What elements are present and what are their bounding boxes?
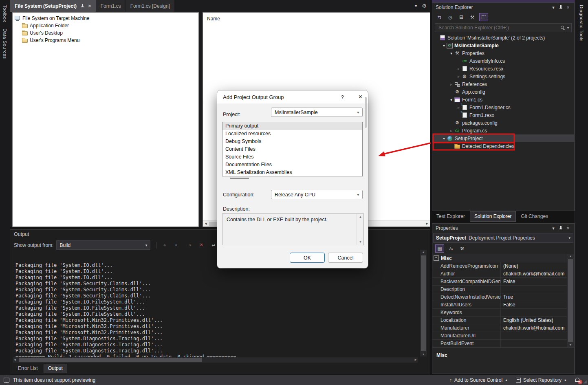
clear-all-icon[interactable] bbox=[197, 242, 205, 249]
output-horizontal-scrollbar[interactable]: ◀ ▶ bbox=[13, 357, 418, 363]
scroll-down-icon[interactable]: ▼ bbox=[420, 353, 427, 356]
output-group-item[interactable]: XML Serialization Assemblies bbox=[222, 169, 362, 176]
solution-tree-node[interactable]: SetupProject bbox=[432, 134, 574, 142]
chevron-down-icon[interactable]: ▾ bbox=[550, 226, 557, 231]
close-icon[interactable]: × bbox=[359, 93, 362, 101]
output-group-item[interactable]: Debug Symbols bbox=[222, 138, 362, 145]
scrollbar-thumb[interactable] bbox=[568, 259, 573, 342]
notifications-button[interactable]: 1 bbox=[575, 378, 580, 382]
scrollbar-thumb[interactable] bbox=[421, 255, 426, 351]
vertical-tab[interactable]: Diagnostic Tools bbox=[579, 0, 584, 43]
solution-tree-node[interactable]: packages.config bbox=[432, 119, 574, 127]
scroll-left-icon[interactable]: ◀ bbox=[203, 221, 209, 227]
expander-icon[interactable] bbox=[456, 67, 461, 71]
property-row[interactable]: DetectNewerInstalledVersion True bbox=[432, 293, 567, 301]
cancel-button[interactable]: Cancel bbox=[328, 253, 363, 263]
property-row[interactable]: BackwardCompatibleIDGene False bbox=[432, 277, 567, 285]
property-value[interactable] bbox=[501, 332, 567, 339]
pin-icon[interactable] bbox=[80, 4, 84, 8]
pin-icon[interactable] bbox=[557, 226, 564, 230]
vertical-tab[interactable]: Data Sources bbox=[2, 24, 7, 60]
property-value[interactable]: True bbox=[501, 293, 567, 301]
output-group-item[interactable]: Source Files bbox=[222, 153, 362, 161]
solution-tree-node[interactable]: Detected Dependencies bbox=[432, 142, 574, 150]
scroll-up-icon[interactable]: ▲ bbox=[357, 215, 364, 219]
solution-tree-node[interactable]: Form1.Designer.cs bbox=[432, 103, 574, 111]
close-icon[interactable]: × bbox=[564, 5, 572, 10]
expander-icon[interactable] bbox=[441, 44, 447, 48]
tool-window-tab[interactable]: Error List bbox=[13, 364, 42, 373]
property-row[interactable]: Localization English (United States) bbox=[432, 316, 567, 324]
panel-tab[interactable]: Test Explorer bbox=[432, 211, 469, 222]
help-icon[interactable]: ? bbox=[341, 94, 344, 100]
property-value[interactable] bbox=[501, 309, 567, 316]
alphabetical-icon[interactable] bbox=[447, 245, 455, 252]
dialog-title-bar[interactable]: Add Project Output Group bbox=[217, 90, 368, 103]
collapse-icon[interactable]: − bbox=[434, 255, 439, 261]
file-system-node[interactable]: File System on Target Machine bbox=[13, 15, 198, 22]
property-value[interactable]: False bbox=[501, 278, 567, 285]
property-value[interactable]: chaknith.work@hotmail.com bbox=[501, 324, 567, 332]
expander-icon[interactable] bbox=[456, 75, 461, 79]
file-system-node[interactable]: User's Desktop bbox=[13, 29, 198, 37]
resize-grip[interactable]: ◢ bbox=[584, 379, 587, 384]
editor-tab[interactable]: Form1.cs × bbox=[96, 0, 126, 12]
editor-tab[interactable]: File System (SetupProject) × bbox=[10, 0, 96, 12]
output-vertical-scrollbar[interactable]: ▲ ▼ bbox=[420, 250, 427, 356]
add-to-source-control-button[interactable]: ↑ Add to Source Control ▲ bbox=[449, 377, 508, 383]
solution-tree-node[interactable]: Settings.settings bbox=[432, 73, 574, 80]
panel-tab[interactable]: Git Changes bbox=[516, 211, 553, 222]
chevron-down-icon[interactable]: ▾ bbox=[550, 5, 557, 10]
solution-tree-node[interactable]: Program.cs bbox=[432, 127, 574, 134]
panel-tab[interactable]: Solution Explorer bbox=[470, 211, 516, 222]
property-value[interactable]: chaknith.work@hotmail.com bbox=[501, 270, 567, 277]
scroll-up-icon[interactable]: ▲ bbox=[420, 251, 427, 253]
scroll-left-icon[interactable]: ◀ bbox=[14, 358, 16, 361]
switch-views-icon[interactable] bbox=[435, 13, 443, 21]
properties-icon[interactable] bbox=[468, 13, 476, 21]
output-group-list[interactable]: Primary outputLocalized resourcesDebug S… bbox=[222, 122, 363, 176]
output-group-item[interactable]: Documentation Files bbox=[222, 161, 362, 169]
file-system-node[interactable]: User's Programs Menu bbox=[13, 37, 198, 44]
scroll-right-icon[interactable]: ▶ bbox=[415, 358, 417, 361]
solution-tree-node[interactable]: Properties bbox=[432, 49, 574, 57]
search-box[interactable]: ▾ bbox=[435, 23, 572, 32]
word-wrap-icon[interactable] bbox=[209, 242, 218, 249]
pin-icon[interactable] bbox=[557, 5, 564, 9]
project-dropdown[interactable]: MsiInstallerSample ▾ bbox=[271, 108, 363, 117]
solution-tree-node[interactable]: Form1.resx bbox=[432, 111, 574, 119]
property-value[interactable]: (None) bbox=[501, 262, 567, 270]
list-scrollbar-thumb[interactable] bbox=[365, 97, 367, 128]
property-row[interactable]: PostBuildEvent bbox=[432, 339, 567, 347]
scrollbar-thumb[interactable] bbox=[19, 358, 202, 362]
property-row[interactable]: Description bbox=[432, 285, 567, 293]
filter-icon[interactable] bbox=[446, 13, 454, 21]
list-horizontal-scrollbar-thumb[interactable] bbox=[230, 178, 249, 179]
scroll-down-icon[interactable]: ▼ bbox=[357, 240, 364, 244]
property-value[interactable]: False bbox=[501, 301, 567, 308]
output-group-item[interactable]: Primary output bbox=[222, 122, 362, 130]
output-group-item[interactable]: Localized resources bbox=[222, 130, 362, 138]
description-scrollbar[interactable]: ▲ ▼ bbox=[357, 214, 364, 245]
expander-icon[interactable] bbox=[449, 82, 454, 86]
chevron-down-icon[interactable]: ▾ bbox=[567, 26, 569, 30]
configuration-dropdown[interactable]: Release Any CPU ▾ bbox=[271, 190, 363, 199]
expander-icon[interactable] bbox=[449, 98, 454, 102]
property-row[interactable]: InstallAllUsers False bbox=[432, 301, 567, 308]
expander-icon[interactable] bbox=[441, 136, 447, 141]
property-row[interactable]: ManufacturerUrl bbox=[432, 332, 567, 339]
category-row[interactable]: − Misc bbox=[432, 254, 567, 262]
property-value[interactable] bbox=[501, 340, 567, 347]
chevron-down-icon[interactable]: ▾ bbox=[415, 4, 417, 8]
collapse-all-icon[interactable] bbox=[457, 13, 465, 21]
editor-tab[interactable]: Form1.cs [Design] × bbox=[126, 0, 174, 12]
solution-tree-node[interactable]: Form1.cs bbox=[432, 96, 574, 103]
properties-scrollbar[interactable]: ▲ ▼ bbox=[567, 254, 574, 347]
search-input[interactable] bbox=[438, 24, 560, 31]
property-row[interactable]: Manufacturer chaknith.work@hotmail.com bbox=[432, 324, 567, 332]
close-icon[interactable]: × bbox=[88, 3, 91, 9]
show-all-files-icon[interactable] bbox=[479, 13, 488, 21]
next-message-icon[interactable] bbox=[185, 242, 193, 249]
solution-tree-node[interactable]: AssemblyInfo.cs bbox=[432, 57, 574, 65]
object-selector-dropdown[interactable]: SetupProject Deployment Project Properti… bbox=[433, 233, 573, 243]
